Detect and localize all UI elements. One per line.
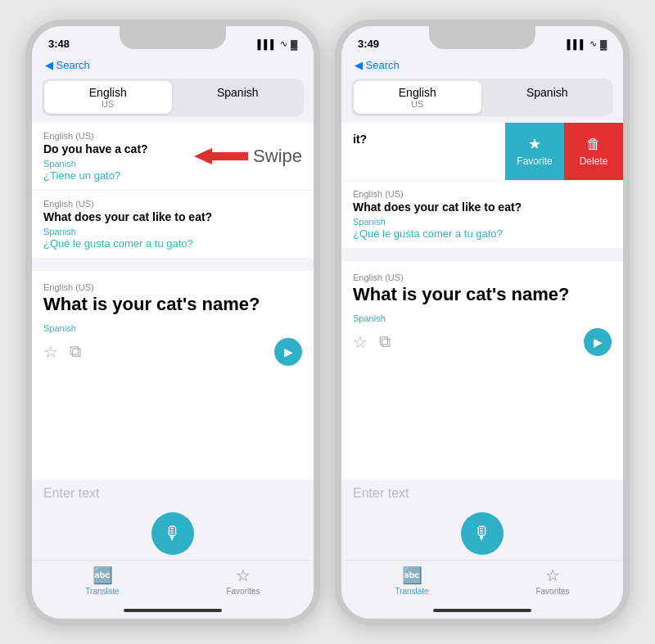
lang-english-name-left: English <box>47 86 169 99</box>
history-cards-left: English (US) Do you have a cat? Spanish … <box>32 123 314 258</box>
swipe-actions-right: ★ Favorite 🗑 Delete <box>505 123 623 180</box>
lang-spanish-name-left: Spanish <box>178 86 299 99</box>
book-icon-left[interactable]: ⧉ <box>70 342 81 361</box>
play-btn-left[interactable]: ▶ <box>274 338 302 366</box>
gap-left <box>32 258 314 264</box>
input-area-left[interactable]: Enter text <box>32 480 314 504</box>
lang-spanish-right[interactable]: Spanish <box>484 81 612 114</box>
tab-translate-left[interactable]: 🔤 Translate <box>32 565 173 596</box>
notch-left <box>120 26 226 49</box>
history-cards-right: it? ★ Favorite 🗑 Delete <box>341 123 623 248</box>
card-1-left[interactable]: English (US) Do you have a cat? Spanish … <box>32 123 314 190</box>
star-icon-left[interactable]: ☆ <box>43 342 58 362</box>
expanded-card-right[interactable]: English (US) What is your cat's name? Sp… <box>341 261 623 480</box>
status-icons-right: ▌▌▌ ∿ ▓ <box>567 38 607 49</box>
favorites-label-right: Favorites <box>535 587 569 596</box>
lang-english-right[interactable]: English US <box>354 81 481 114</box>
card-2-right[interactable]: English (US) What does your cat like to … <box>341 180 623 248</box>
translate-icon-left: 🔤 <box>93 565 113 585</box>
tab-translate-right[interactable]: 🔤 Translate <box>341 565 482 596</box>
mic-btn-left[interactable]: 🎙 <box>151 512 194 555</box>
signal-icon-right: ▌▌▌ <box>567 39 586 49</box>
card2-en-label-right: English (US) <box>353 189 612 199</box>
translate-icon-right: 🔤 <box>402 565 422 585</box>
home-indicator-left <box>32 602 314 619</box>
phone-right: 3:49 ▌▌▌ ∿ ▓ ◀ Search English US Spanish <box>335 20 630 625</box>
lang-spanish-left[interactable]: Spanish <box>174 81 302 114</box>
time-left: 3:48 <box>48 38 70 50</box>
lang-english-sub-left: US <box>47 99 169 109</box>
card1-en-label-left: English (US) <box>43 131 302 141</box>
delete-btn-right[interactable]: 🗑 Delete <box>564 123 623 180</box>
nav-back-left[interactable]: ◀ Search <box>32 56 314 75</box>
expanded-icons-right: ☆ ⧉ ▶ <box>353 328 612 356</box>
nav-back-right[interactable]: ◀ Search <box>341 56 623 75</box>
translate-label-right: Translate <box>395 587 428 596</box>
card2-en-label-left: English (US) <box>43 199 302 209</box>
back-label-right[interactable]: ◀ Search <box>355 59 400 71</box>
swipe-label: Swipe <box>253 146 302 167</box>
input-placeholder-left[interactable]: Enter text <box>43 486 302 501</box>
phones-container: 3:48 ▌▌▌ ∿ ▓ ◀ Search English US Spanish <box>9 3 646 642</box>
mic-area-right: 🎙 <box>341 504 623 560</box>
home-bar-left <box>124 609 222 612</box>
lang-english-sub-right: US <box>357 99 478 109</box>
tab-bar-right: 🔤 Translate ☆ Favorites <box>341 560 623 602</box>
screen-left: 3:48 ▌▌▌ ∿ ▓ ◀ Search English US Spanish <box>32 26 314 619</box>
favorite-label-right: Favorite <box>517 155 552 167</box>
favorites-icon-left: ☆ <box>236 565 251 585</box>
card2-en-left: What does your cat like to eat? <box>43 210 302 223</box>
play-btn-right[interactable]: ▶ <box>584 328 612 356</box>
battery-icon-right: ▓ <box>600 39 607 49</box>
battery-icon-left: ▓ <box>291 39 297 49</box>
home-bar-right <box>433 609 531 612</box>
card-1-right[interactable]: it? ★ Favorite 🗑 Delete <box>341 123 623 180</box>
lang-english-name-right: English <box>357 86 478 99</box>
card2-es-left: ¿Qué le gusta comer a tu gato? <box>43 237 302 250</box>
wifi-icon-left: ∿ <box>280 38 287 49</box>
gap-right <box>341 248 623 254</box>
expanded-es-label-right: Spanish <box>353 313 612 323</box>
time-right: 3:49 <box>358 38 379 50</box>
favorite-btn-right[interactable]: ★ Favorite <box>505 123 564 180</box>
favorites-icon-right: ☆ <box>545 565 560 585</box>
tab-favorites-left[interactable]: ☆ Favorites <box>173 565 314 596</box>
expanded-en-left: What is your cat's name? <box>43 294 302 315</box>
tab-bar-left: 🔤 Translate ☆ Favorites <box>32 560 314 602</box>
card-2-left[interactable]: English (US) What does your cat like to … <box>32 190 314 258</box>
card2-es-label-right: Spanish <box>353 217 612 227</box>
status-icons-left: ▌▌▌ ∿ ▓ <box>258 38 297 49</box>
expanded-icons-left: ☆ ⧉ ▶ <box>43 338 302 366</box>
mic-btn-right[interactable]: 🎙 <box>461 512 504 555</box>
delete-label-right: Delete <box>580 155 608 167</box>
star-icon-right[interactable]: ☆ <box>353 332 368 352</box>
lang-english-left[interactable]: English US <box>44 81 172 114</box>
star-action-icon-right: ★ <box>528 135 541 153</box>
swipe-annotation: Swipe <box>194 146 302 167</box>
card2-en-right: What does your cat like to eat? <box>353 200 612 214</box>
home-indicator-right <box>341 602 623 619</box>
expanded-en-label-left: English (US) <box>43 282 302 292</box>
translate-label-left: Translate <box>85 587 119 596</box>
lang-selector-right: English US Spanish <box>351 79 613 116</box>
expanded-en-label-right: English (US) <box>353 272 612 282</box>
expanded-card-left[interactable]: English (US) What is your cat's name? Sp… <box>32 271 314 480</box>
expanded-en-right: What is your cat's name? <box>353 284 612 305</box>
tab-favorites-right[interactable]: ☆ Favorites <box>482 565 623 596</box>
back-label-left[interactable]: ◀ Search <box>45 59 90 71</box>
expanded-es-label-left: Spanish <box>43 323 302 333</box>
card2-es-right: ¿Qué le gusta comer a tu gato? <box>353 227 612 240</box>
lang-selector-left: English US Spanish <box>42 79 304 116</box>
input-placeholder-right[interactable]: Enter text <box>353 486 612 501</box>
lang-spanish-name-right: Spanish <box>487 86 608 99</box>
card2-es-label-left: Spanish <box>43 227 302 236</box>
book-icon-right[interactable]: ⧉ <box>379 332 391 351</box>
wifi-icon-right: ∿ <box>590 38 597 49</box>
input-area-right[interactable]: Enter text <box>341 480 623 504</box>
phone-left: 3:48 ▌▌▌ ∿ ▓ ◀ Search English US Spanish <box>25 20 320 625</box>
signal-icon-left: ▌▌▌ <box>258 39 277 49</box>
card1-es-left: ¿Tiene un gato? <box>43 169 302 182</box>
mic-area-left: 🎙 <box>32 504 314 560</box>
trash-action-icon-right: 🗑 <box>586 136 601 153</box>
screen-right: 3:49 ▌▌▌ ∿ ▓ ◀ Search English US Spanish <box>341 26 623 619</box>
